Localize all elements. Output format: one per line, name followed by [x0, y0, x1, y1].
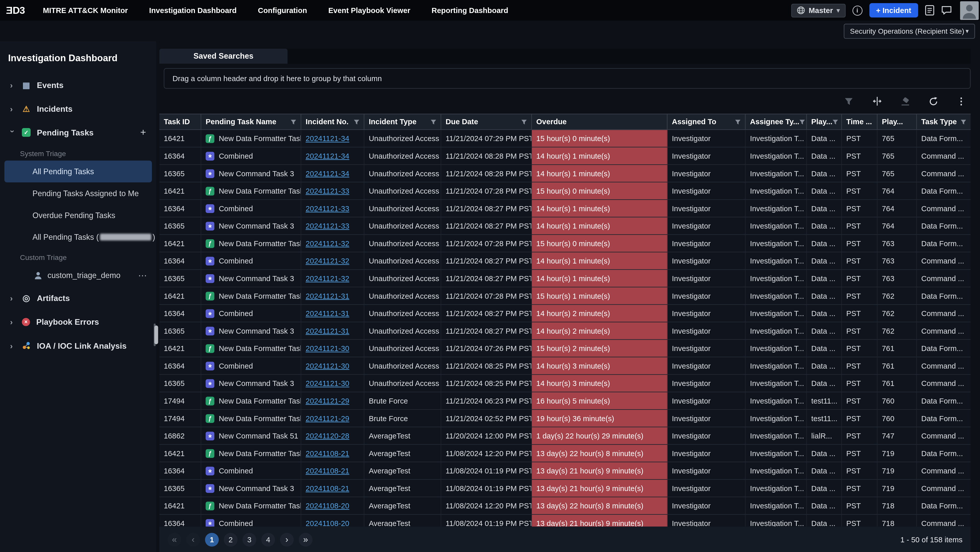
incident-link[interactable]: 20241108-21	[306, 484, 349, 493]
incident-link[interactable]: 20241121-34	[306, 152, 349, 160]
table-row[interactable]: 16365 New Command Task 3 20241121-34 Una…	[159, 165, 970, 182]
page-button-3[interactable]: 3	[242, 533, 256, 546]
column-header-time-zone[interactable]: Time ...	[842, 114, 878, 129]
incident-link[interactable]: 20241121-34	[306, 169, 349, 178]
chat-icon[interactable]	[941, 6, 952, 15]
sidebar-item-all-pending-tasks[interactable]: All Pending Tasks	[4, 160, 152, 182]
filter-icon[interactable]	[799, 119, 805, 125]
column-header-task-id[interactable]: Task ID	[159, 114, 201, 129]
add-pending-view-button[interactable]	[138, 127, 149, 138]
table-row[interactable]: 16421 New Data Formatter Task 14 2024112…	[159, 287, 970, 305]
nav-event-playbook-viewer[interactable]: Event Playbook Viewer	[318, 0, 421, 21]
filter-icon[interactable]	[961, 119, 966, 125]
column-header-task-type[interactable]: Task Type	[917, 114, 971, 129]
sidebar-item-pending-tasks[interactable]: › Pending Tasks	[0, 121, 156, 144]
incident-link[interactable]: 20241121-32	[306, 256, 349, 265]
filter-icon[interactable]	[431, 119, 436, 125]
table-row[interactable]: 16365 New Command Task 3 20241121-32 Una…	[159, 270, 970, 287]
table-row[interactable]: 16365 New Command Task 3 20241121-33 Una…	[159, 217, 970, 235]
site-selector[interactable]: Security Operations (Recipient Site) ▾	[844, 24, 975, 38]
d3-logo[interactable]: ED3	[6, 5, 25, 16]
incident-link[interactable]: 20241108-20	[306, 519, 349, 527]
incident-link[interactable]: 20241121-30	[306, 344, 349, 352]
new-incident-button[interactable]: + Incident	[869, 3, 918, 17]
incident-link[interactable]: 20241121-31	[306, 291, 349, 300]
sidebar-resize-handle[interactable]	[154, 325, 158, 344]
column-header-due-date[interactable]: Due Date	[441, 114, 532, 129]
tab-saved-searches[interactable]: Saved Searches	[159, 49, 287, 64]
table-row[interactable]: 17494 New Data Formatter Task 68 2024112…	[159, 392, 970, 410]
sidebar-item-playbook-errors[interactable]: › Playbook Errors	[0, 310, 156, 334]
table-row[interactable]: 16364 Combined 20241108-21 AverageTest 1…	[159, 462, 970, 480]
fit-columns-icon[interactable]	[871, 96, 883, 107]
filter-icon[interactable]	[843, 96, 854, 107]
table-row[interactable]: 16421 New Data Formatter Task 14 2024110…	[159, 497, 970, 515]
page-button-4[interactable]: 4	[261, 533, 275, 546]
nav-mitre-attack-monitor[interactable]: MITRE ATT&CK Monitor	[32, 0, 138, 21]
column-header-incident-type[interactable]: Incident Type	[364, 114, 441, 129]
table-row[interactable]: 16364 Combined 20241121-33 Unauthorized …	[159, 200, 970, 217]
master-dropdown[interactable]: Master ▾	[791, 3, 845, 17]
eraser-icon[interactable]	[899, 96, 911, 107]
table-row[interactable]: 16364 Combined 20241121-32 Unauthorized …	[159, 252, 970, 270]
column-header-overdue[interactable]: Overdue	[532, 114, 667, 129]
sidebar-item-incidents[interactable]: › ⚠ Incidents	[0, 97, 156, 121]
column-header-assignee-type[interactable]: Assignee Ty...	[746, 114, 807, 129]
table-row[interactable]: 16421 New Data Formatter Task 14 2024112…	[159, 182, 970, 200]
table-row[interactable]: 16364 Combined 20241121-31 Unauthorized …	[159, 305, 970, 322]
previous-page-button[interactable]: ‹	[186, 533, 200, 546]
filter-icon[interactable]	[832, 119, 838, 125]
column-header-incident-no[interactable]: Incident No.	[301, 114, 364, 129]
incident-link[interactable]: 20241121-29	[306, 397, 349, 405]
incident-link[interactable]: 20241121-34	[306, 134, 349, 143]
filter-icon[interactable]	[291, 119, 296, 125]
incident-link[interactable]: 20241121-31	[306, 309, 349, 317]
table-row[interactable]: 16421 New Data Formatter Task 14 2024112…	[159, 130, 970, 148]
nav-investigation-dashboard[interactable]: Investigation Dashboard	[138, 0, 247, 21]
incident-link[interactable]: 20241121-32	[306, 239, 349, 248]
sidebar-item-custom-triage-demo[interactable]: custom_triage_demo ⋯	[0, 264, 156, 286]
sidebar-item-pending-tasks-assigned-to-me[interactable]: Pending Tasks Assigned to Me	[0, 182, 156, 204]
table-row[interactable]: 16421 New Data Formatter Task 14 2024112…	[159, 235, 970, 252]
incident-link[interactable]: 20241121-31	[306, 327, 349, 335]
table-row[interactable]: 16364 Combined 20241121-34 Unauthorized …	[159, 148, 970, 165]
column-header-pending-task-name[interactable]: Pending Task Name	[201, 114, 301, 129]
page-button-2[interactable]: 2	[224, 533, 238, 546]
group-by-bar[interactable]: Drag a column header and drop it here to…	[164, 68, 971, 89]
incident-link[interactable]: 20241121-33	[306, 204, 349, 213]
incident-link[interactable]: 20241120-28	[306, 431, 349, 440]
column-header-playbook-no[interactable]: Play...	[877, 114, 917, 129]
nav-reporting-dashboard[interactable]: Reporting Dashboard	[421, 0, 519, 21]
incident-link[interactable]: 20241121-32	[306, 274, 349, 282]
info-icon[interactable]	[853, 5, 862, 15]
first-page-button[interactable]: «	[167, 533, 181, 546]
more-options-icon[interactable]: ⋮	[956, 96, 967, 107]
table-row[interactable]: 16421 New Data Formatter Task 14 2024110…	[159, 445, 970, 462]
table-row[interactable]: 16364 Combined 20241121-30 Unauthorized …	[159, 357, 970, 375]
incident-link[interactable]: 20241121-30	[306, 379, 349, 387]
filter-icon[interactable]	[521, 119, 527, 125]
report-icon[interactable]	[925, 5, 934, 16]
last-page-button[interactable]: »	[299, 533, 313, 546]
sidebar-item-overdue-pending-tasks[interactable]: Overdue Pending Tasks	[0, 204, 156, 226]
sidebar-item-ioa-ioc-link-analysis[interactable]: › IOA / IOC Link Analysis	[0, 334, 156, 357]
incident-link[interactable]: 20241108-21	[306, 449, 349, 458]
page-button-1[interactable]: 1	[205, 533, 219, 546]
filter-icon[interactable]	[735, 119, 741, 125]
incident-link[interactable]: 20241121-29	[306, 414, 349, 422]
incident-link[interactable]: 20241121-33	[306, 186, 349, 195]
refresh-icon[interactable]	[928, 96, 939, 107]
sidebar-item-artifacts[interactable]: › ◎ Artifacts	[0, 286, 156, 310]
nav-configuration[interactable]: Configuration	[247, 0, 318, 21]
table-row[interactable]: 16365 New Command Task 3 20241108-21 Ave…	[159, 480, 970, 497]
column-header-assigned-to[interactable]: Assigned To	[668, 114, 746, 129]
incident-link[interactable]: 20241108-21	[306, 466, 349, 475]
table-row[interactable]: 16365 New Command Task 3 20241121-30 Una…	[159, 375, 970, 392]
table-row[interactable]: 17494 New Data Formatter Task 68 2024112…	[159, 410, 970, 428]
table-row[interactable]: 16364 Combined 20241108-20 AverageTest 1…	[159, 515, 970, 527]
incident-link[interactable]: 20241108-20	[306, 501, 349, 510]
incident-link[interactable]: 20241121-30	[306, 362, 349, 370]
filter-icon[interactable]	[354, 119, 360, 125]
incident-link[interactable]: 20241121-33	[306, 221, 349, 230]
next-page-button[interactable]: ›	[280, 533, 294, 546]
